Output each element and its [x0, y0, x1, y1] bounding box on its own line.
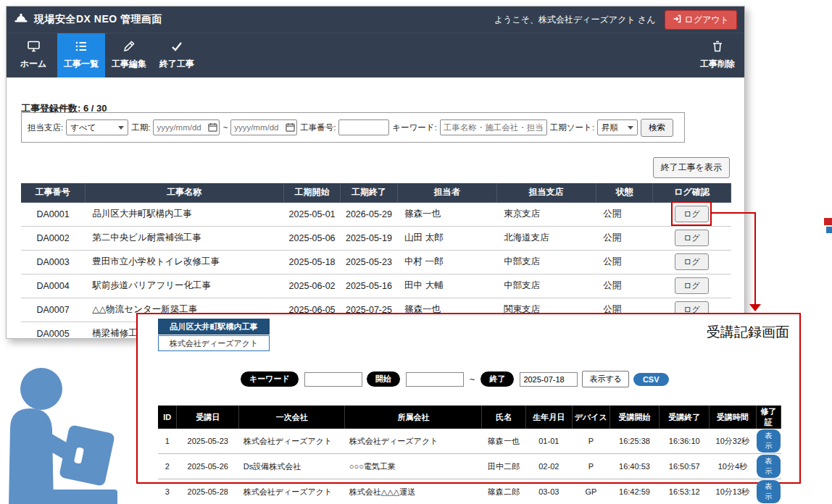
certificate-view-button[interactable]: 表示	[757, 480, 780, 503]
record-filter-controls: キーワード 開始 ~ 終了 表示する CSV	[241, 371, 669, 387]
record-tilde: ~	[470, 374, 475, 385]
attendance-record-table: ID 受講日 一次会社 所属会社 氏名 生年月日 デバイス 受講開始 受講終了 …	[158, 406, 781, 504]
check-icon	[171, 41, 183, 54]
record-table-header-row: ID 受講日 一次会社 所属会社 氏名 生年月日 デバイス 受講開始 受講終了 …	[158, 406, 781, 429]
welcome-text: ようこそ、株式会社ディーズアクト さん	[494, 14, 656, 26]
col-header: デバイス	[573, 406, 610, 429]
filter-bar: 担当支店: すべて 工期: ~ 工事番号: キーワード:	[21, 112, 685, 143]
nav-spacer	[201, 33, 694, 77]
col-header: 工期開始	[283, 183, 340, 202]
col-header: ID	[158, 406, 177, 429]
caret-down-icon	[628, 126, 633, 130]
screenshot-stage: 現場安全DX NEO 管理画面 ようこそ、株式会社ディーズアクト さん ログアウ…	[0, 0, 832, 504]
nav-item-project-edit[interactable]: 工事編集	[105, 33, 153, 77]
attendance-record-panel: 品川区大井町駅構内工事 株式会社ディーズアクト 受講記録画面 キーワード 開始 …	[136, 313, 801, 484]
nav-item-project-list[interactable]: 工事一覧	[57, 33, 105, 77]
table-row: DA0001 品川区大井町駅構内工事 2025-05-01 2026-05-29…	[21, 202, 731, 226]
calendar-icon[interactable]	[208, 122, 217, 133]
record-row: 1 2025-05-23 株式会社ディーズアクト 株式会社ディーズアクト 篠森一…	[158, 429, 781, 454]
start-pill-label: 開始	[367, 371, 400, 387]
table-row: DA0003 豊田市立小学校トイレ改修工事 2025-05-18 2025-05…	[21, 250, 731, 274]
app-header: 現場安全DX NEO 管理画面 ようこそ、株式会社ディーズアクト さん ログアウ…	[7, 7, 744, 33]
logout-arrow-icon	[673, 14, 681, 25]
search-button[interactable]: 検索	[641, 119, 673, 137]
col-header: 担当支店	[496, 183, 596, 202]
col-header: 受講終了	[660, 406, 710, 429]
nav-item-project-delete[interactable]: 工事削除	[694, 33, 741, 77]
caret-down-icon	[118, 126, 124, 130]
project-number-input[interactable]	[338, 119, 389, 135]
branch-select[interactable]: すべて	[66, 119, 128, 135]
nav-item-home[interactable]: ホーム	[9, 33, 57, 77]
main-nav: ホーム 工事一覧 工事編集 終了工事	[7, 33, 744, 77]
log-button[interactable]: ログ	[675, 277, 709, 294]
calendar-icon[interactable]	[286, 122, 295, 133]
project-number-label: 工事番号:	[300, 122, 336, 133]
nav-item-finished-projects[interactable]: 終了工事	[153, 33, 201, 77]
keyword-pill-label: キーワード	[241, 371, 299, 387]
annotation-arrow-line	[754, 212, 756, 304]
annotation-arrow-line	[712, 212, 755, 214]
certificate-view-button[interactable]: 表示	[757, 429, 780, 453]
keyword-label: キーワード:	[392, 122, 437, 133]
col-header: 受講日	[177, 406, 239, 429]
log-button-highlight-box	[671, 201, 712, 226]
table-row: DA0002 第二中央ビル耐震補強工事 2025-05-06 2025-05-1…	[21, 226, 731, 250]
person-laptop-illustration	[0, 362, 123, 504]
app-title: 現場安全DX NEO 管理画面	[34, 13, 162, 26]
col-header: 状態	[596, 183, 652, 202]
table-row: DA0004 駅前歩道バリアフリー化工事 2025-06-02 2025-05-…	[21, 274, 731, 298]
edge-fragment-red	[824, 218, 832, 225]
record-row: 3 2025-05-28 株式会社ディーズアクト 株式会社△△△運送 篠森二郎 …	[158, 479, 781, 504]
branch-filter-label: 担当支店:	[28, 122, 63, 133]
project-name-tab[interactable]: 品川区大井町駅構内工事	[158, 319, 270, 335]
trash-icon	[712, 41, 723, 54]
hard-hat-app-icon	[14, 12, 28, 27]
log-button[interactable]: ログ	[675, 253, 709, 270]
project-table-header-row: 工事番号 工事名称 工期開始 工期終了 担当者 担当支店 状態 ログ確認	[21, 183, 731, 202]
logout-button[interactable]: ログアウト	[665, 10, 737, 30]
show-finished-button[interactable]: 終了工事を表示	[653, 157, 730, 178]
record-end-date-input[interactable]	[520, 372, 578, 387]
edge-fragment-blue	[826, 227, 832, 233]
col-header: ログ確認	[653, 183, 731, 202]
end-pill-label: 終了	[481, 371, 514, 387]
col-header: 工期終了	[341, 183, 397, 202]
col-header: 受講時間	[710, 406, 756, 429]
company-name-tab[interactable]: 株式会社ディーズアクト	[158, 335, 270, 351]
record-keyword-input[interactable]	[304, 372, 362, 387]
col-header: 所属会社	[345, 406, 482, 429]
panel-title: 受講記録画面	[707, 323, 789, 342]
record-start-date-input[interactable]	[406, 372, 464, 387]
csv-export-button[interactable]: CSV	[633, 373, 669, 386]
period-start-wrap	[153, 119, 220, 135]
period-end-wrap	[230, 119, 297, 135]
period-filter-label: 工期:	[131, 122, 150, 133]
keyword-input[interactable]	[440, 119, 547, 135]
col-header: 工事名称	[85, 183, 283, 202]
pencil-icon	[123, 41, 135, 54]
record-row: 2 2025-05-26 Ds設備株式会社 ○○○電気工業 田中二郎 02-02…	[158, 454, 781, 479]
annotation-arrowhead	[749, 304, 761, 311]
col-header: 担当者	[397, 183, 496, 202]
monitor-icon	[28, 41, 40, 54]
admin-window: 現場安全DX NEO 管理画面 ようこそ、株式会社ディーズアクト さん ログアウ…	[6, 6, 745, 339]
record-show-button[interactable]: 表示する	[582, 371, 629, 387]
col-header: 一次会社	[239, 406, 345, 429]
sort-select[interactable]: 昇順	[597, 119, 638, 135]
col-header: 受講開始	[610, 406, 660, 429]
col-header: 氏名	[482, 406, 525, 429]
col-header: 工事番号	[21, 183, 85, 202]
sort-label: 工期ソート:	[550, 122, 594, 133]
col-header: 生年月日	[525, 406, 572, 429]
period-tilde: ~	[222, 123, 228, 132]
certificate-view-button[interactable]: 表示	[757, 455, 780, 478]
col-header: 修了証	[756, 406, 781, 429]
list-icon	[75, 41, 87, 54]
log-button[interactable]: ログ	[675, 230, 709, 246]
